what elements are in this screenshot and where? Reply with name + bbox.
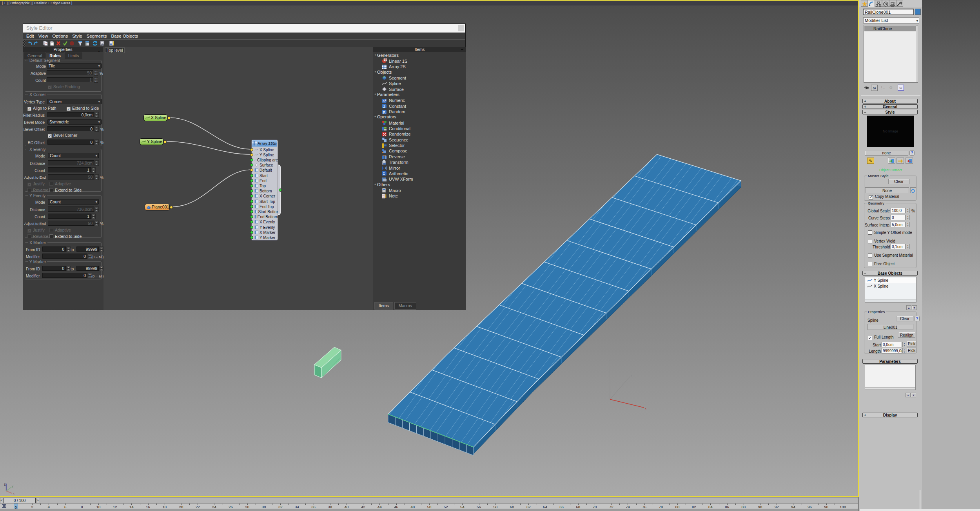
svg-text:2: 2 <box>383 105 385 109</box>
svg-text:z: z <box>4 482 6 486</box>
svg-text:S: S <box>382 138 384 140</box>
svg-text:y: y <box>12 484 13 488</box>
svg-text:x: x <box>13 492 15 495</box>
svg-text:y: y <box>631 373 632 377</box>
svg-text:z: z <box>609 359 610 362</box>
svg-text:Σ: Σ <box>383 172 385 176</box>
svg-text:x: x <box>645 407 646 410</box>
svg-text:R: R <box>383 110 386 114</box>
